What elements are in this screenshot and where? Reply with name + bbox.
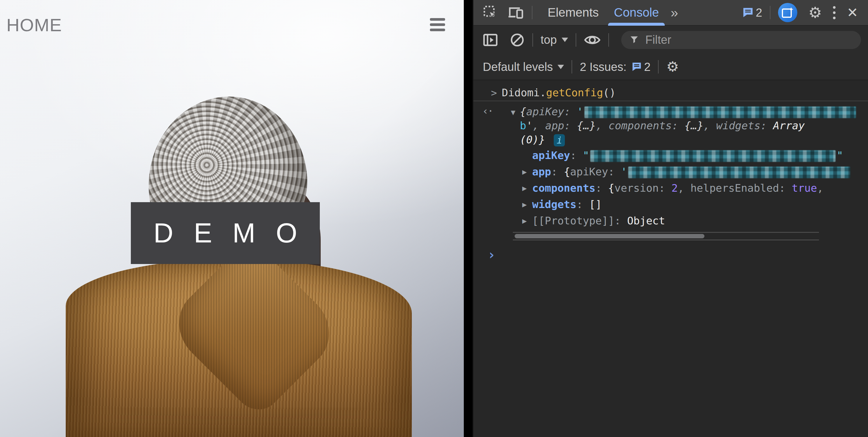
console-status-bar: Default levels 2 Issues: 2 ⚙ <box>473 54 868 80</box>
divider <box>532 33 533 47</box>
console-prompt[interactable]: › <box>473 247 868 263</box>
expand-arrow-icon[interactable]: ▶ <box>522 164 527 180</box>
command-chevron-icon: > <box>491 84 497 101</box>
filter-field[interactable] <box>621 31 861 49</box>
issues-count-top: 2 <box>756 6 762 19</box>
issues-icon[interactable] <box>631 61 642 72</box>
console-settings-gear-icon[interactable]: ⚙ <box>666 60 679 74</box>
divider <box>608 33 609 47</box>
tab-console[interactable]: Console <box>606 0 666 25</box>
object-property-row[interactable]: ▶components: {version: 2, helpersEnabled… <box>473 180 868 196</box>
expand-arrow-icon[interactable]: ▶ <box>522 213 527 229</box>
object-property-row[interactable]: ▶widgets: [] <box>473 196 868 213</box>
preview-line: b', app: {…}, components: {…}, widgets: … <box>520 119 868 133</box>
redacted-api-key <box>584 106 856 118</box>
divider <box>576 33 576 47</box>
hero-banner: DEMO <box>131 202 320 264</box>
browser-window: HOME DEMO <box>0 0 868 437</box>
funnel-filter-icon <box>629 34 640 46</box>
settings-gear-icon[interactable]: ⚙ <box>808 5 822 20</box>
console-command-row[interactable]: >Didomi.getConfig() <box>473 84 868 101</box>
returned-value-icon: ‹· <box>482 104 492 118</box>
info-icon[interactable]: i <box>554 134 565 146</box>
divider <box>571 60 572 73</box>
console-toolbar: top <box>473 26 868 54</box>
context-selector[interactable]: top <box>540 33 557 46</box>
divider <box>658 60 659 73</box>
devtools-panel: Elements Console » 2 ✦ ⚙ <box>472 0 868 437</box>
console-output: >Didomi.getConfig()‹·▼{apiKey: 'b', app:… <box>473 81 868 437</box>
site-title[interactable]: HOME <box>6 14 62 35</box>
issues-count: 2 <box>644 60 650 73</box>
more-tabs-icon[interactable]: » <box>671 5 678 21</box>
expand-arrow-icon[interactable]: ▼ <box>511 105 516 119</box>
live-expression-eye-icon[interactable] <box>584 33 601 47</box>
ai-assistance-badge-icon[interactable]: ✦ <box>778 3 797 22</box>
hero-banner-label: DEMO <box>154 217 318 249</box>
issues-label[interactable]: 2 Issues: <box>580 60 626 73</box>
devtools-tab-bar: Elements Console » 2 ✦ ⚙ <box>473 0 868 26</box>
device-toolbar-icon[interactable] <box>508 5 524 20</box>
redacted-api-key <box>590 150 836 162</box>
tab-elements[interactable]: Elements <box>540 0 606 25</box>
inspect-element-icon[interactable] <box>483 5 498 20</box>
redacted-api-key <box>628 167 850 178</box>
filter-input[interactable] <box>645 33 854 47</box>
object-property-row[interactable]: apiKey: "" <box>473 147 868 164</box>
expand-arrow-icon[interactable]: ▶ <box>522 196 527 213</box>
object-property-row[interactable]: ▶app: {apiKey: ' <box>473 164 868 180</box>
webpage-viewport: HOME DEMO <box>0 0 464 437</box>
chevron-down-icon <box>562 38 568 42</box>
console-sidebar-toggle-icon[interactable] <box>483 33 498 47</box>
close-devtools-icon[interactable]: ✕ <box>845 5 859 21</box>
divider <box>532 6 532 19</box>
object-property-row[interactable]: ▶[[Prototype]]: Object <box>473 213 868 229</box>
preview-line: {apiKey: ' <box>520 105 868 119</box>
horizontal-scrollbar-thumb[interactable] <box>515 234 705 238</box>
horizontal-scrollbar-track[interactable] <box>513 232 819 240</box>
log-levels-dropdown[interactable]: Default levels <box>483 60 553 73</box>
divider <box>770 6 771 19</box>
issues-icon[interactable] <box>742 6 754 19</box>
expand-arrow-icon[interactable]: ▶ <box>522 180 527 196</box>
hamburger-menu-icon[interactable] <box>430 18 445 34</box>
chevron-down-icon <box>558 65 564 69</box>
active-tab-underline <box>608 23 665 26</box>
preview-line: (0)} i <box>520 133 868 147</box>
clear-console-icon[interactable] <box>509 32 525 47</box>
kebab-menu-icon[interactable] <box>828 6 840 19</box>
console-result-preview[interactable]: ‹·▼{apiKey: 'b', app: {…}, components: {… <box>473 101 868 147</box>
